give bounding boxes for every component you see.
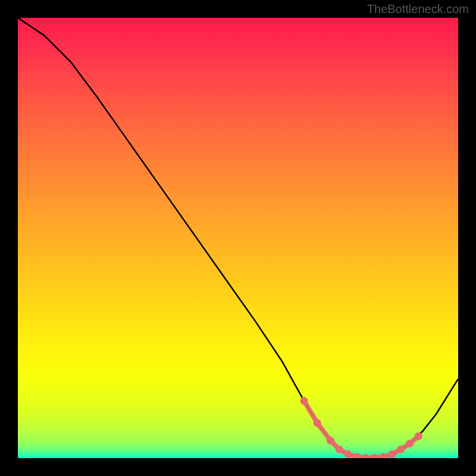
svg-point-3 [336, 446, 343, 453]
svg-point-0 [300, 397, 308, 405]
svg-point-6 [362, 454, 369, 458]
watermark-text: TheBottleneck.com [367, 2, 469, 16]
chart-area [18, 18, 458, 458]
svg-point-11 [406, 440, 414, 447]
chart-curve [18, 18, 458, 458]
svg-point-1 [314, 419, 321, 427]
chart-svg [18, 18, 458, 458]
svg-point-4 [345, 450, 352, 458]
svg-point-7 [371, 454, 378, 458]
chart-markers [300, 397, 422, 458]
svg-point-2 [327, 437, 334, 444]
svg-point-10 [397, 446, 405, 453]
svg-point-9 [389, 450, 396, 458]
svg-point-12 [415, 433, 422, 440]
